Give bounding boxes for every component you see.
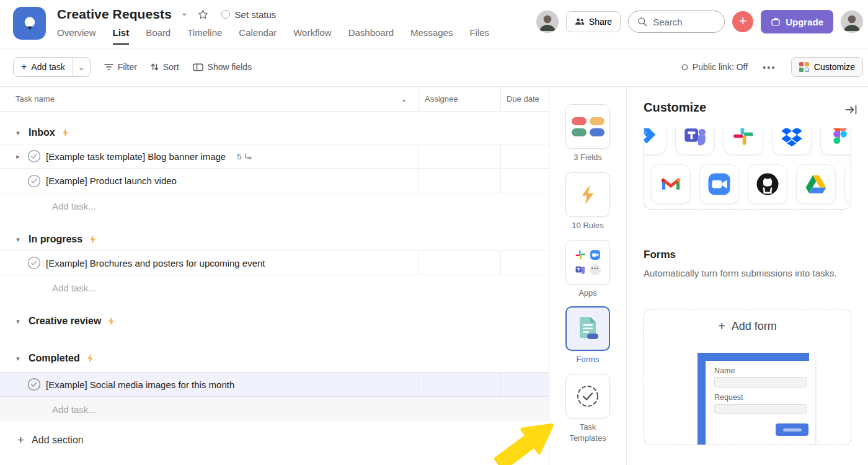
tab-timeline[interactable]: Timeline xyxy=(187,27,222,45)
set-status-button[interactable]: Set status xyxy=(221,9,277,20)
column-due-date: Due date xyxy=(507,94,539,104)
add-task-row[interactable]: Add task... xyxy=(0,397,549,422)
globe-dot-icon xyxy=(681,64,688,71)
section-header-creative-review[interactable]: ▾ Creative review xyxy=(0,310,549,332)
zoom-icon[interactable] xyxy=(699,164,739,204)
share-button[interactable]: Share xyxy=(566,11,621,32)
check-circle-icon[interactable] xyxy=(27,256,41,270)
star-icon[interactable] xyxy=(197,9,209,20)
show-fields-button[interactable]: Show fields xyxy=(193,62,252,72)
plus-icon: + xyxy=(17,433,24,447)
github-icon[interactable] xyxy=(748,164,787,204)
drive-icon[interactable] xyxy=(796,164,836,204)
add-section-button[interactable]: + Add section xyxy=(0,430,549,450)
task-row[interactable]: [Example] Product launch video xyxy=(0,169,549,193)
chevron-down-icon[interactable]: ⌄ xyxy=(180,9,188,16)
tab-board[interactable]: Board xyxy=(146,27,170,45)
filter-button[interactable]: Filter xyxy=(104,62,137,72)
task-row[interactable]: [Example] Brochures and posters for upco… xyxy=(0,250,549,275)
check-circle-icon[interactable] xyxy=(27,378,41,391)
tab-dashboard[interactable]: Dashboard xyxy=(348,27,394,45)
tab-messages[interactable]: Messages xyxy=(410,27,453,45)
add-task-dropdown[interactable]: ⌄ xyxy=(73,58,90,76)
section-name: In progress xyxy=(29,234,82,245)
expand-caret-icon[interactable]: ▸ xyxy=(14,153,22,161)
share-label: Share xyxy=(589,17,612,27)
section-name: Inbox xyxy=(29,127,55,138)
tab-list[interactable]: List xyxy=(113,27,130,45)
avatar[interactable] xyxy=(841,11,863,33)
slack-icon[interactable] xyxy=(724,128,763,155)
add-task-row[interactable]: Add task... xyxy=(0,275,549,300)
rail-item-fields[interactable]: 3 Fields xyxy=(565,104,610,163)
page-title: Creative Requests xyxy=(57,7,172,22)
search-box[interactable] xyxy=(628,11,725,33)
triangle-down-icon[interactable]: ▾ xyxy=(14,129,22,137)
filter-icon xyxy=(104,63,113,71)
dropbox-icon[interactable] xyxy=(772,128,812,155)
top-bar: Creative Requests ⌄ Set status Overview … xyxy=(0,0,868,48)
rail-item-forms[interactable]: Forms xyxy=(565,306,610,365)
avatar[interactable] xyxy=(536,11,559,33)
add-form-button[interactable]: + Add form xyxy=(644,319,851,334)
rail-item-rules[interactable]: 10 Rules xyxy=(565,172,610,231)
check-circle-icon[interactable] xyxy=(27,174,41,188)
teams-icon[interactable] xyxy=(675,128,715,155)
apps-gallery xyxy=(644,128,851,210)
zoom-icon xyxy=(590,249,601,260)
add-task-row[interactable]: Add task... xyxy=(0,193,549,218)
collapse-panel-icon[interactable] xyxy=(844,103,858,117)
briefcase-icon xyxy=(771,17,781,27)
search-input[interactable] xyxy=(653,17,715,27)
fields-icon[interactable] xyxy=(565,104,610,149)
chevron-down-icon[interactable]: ⌄ xyxy=(401,94,407,104)
filter-label: Filter xyxy=(118,62,137,72)
triangle-down-icon[interactable]: ▾ xyxy=(14,317,22,326)
triangle-down-icon[interactable]: ▾ xyxy=(14,236,22,244)
form-request-input xyxy=(714,404,807,414)
plus-icon: + xyxy=(718,319,725,334)
customize-button[interactable]: Customize xyxy=(791,57,863,77)
tab-files[interactable]: Files xyxy=(469,27,489,45)
create-button[interactable]: + xyxy=(732,11,753,32)
upgrade-button[interactable]: Upgrade xyxy=(761,10,833,33)
check-circle-icon[interactable] xyxy=(27,149,41,163)
rail-item-task-templates[interactable]: Task Templates xyxy=(562,374,614,443)
rail-item-label: 10 Rules xyxy=(572,220,603,231)
automation-bolt-icon xyxy=(107,316,115,326)
task-templates-icon[interactable] xyxy=(565,374,610,418)
sort-arrows-icon xyxy=(151,63,159,71)
task-row-selected[interactable]: [Example] Social media images for this m… xyxy=(0,372,549,397)
task-row[interactable]: ▸ [Example task template] Blog banner im… xyxy=(0,144,549,169)
figma-icon[interactable] xyxy=(820,128,851,155)
gmail-icon[interactable] xyxy=(651,164,691,204)
jira-icon[interactable] xyxy=(644,128,666,155)
task-name: [Example task template] Blog banner imag… xyxy=(46,151,226,162)
user-photo xyxy=(536,11,559,33)
rail-item-label: Apps xyxy=(578,288,597,299)
section-name: Creative review xyxy=(29,316,101,327)
add-task-button[interactable]: + Add task xyxy=(14,58,73,76)
public-link-button[interactable]: Public link: Off xyxy=(681,62,748,72)
plus-icon: + xyxy=(21,61,27,73)
slack-icon xyxy=(575,249,586,260)
app-card-partial[interactable] xyxy=(844,164,851,204)
section-header-inbox[interactable]: ▾ Inbox xyxy=(0,122,549,144)
section-header-completed[interactable]: ▾ Completed xyxy=(0,347,549,370)
more-options-icon[interactable]: ••• xyxy=(763,62,776,73)
apps-icon[interactable]: ••• xyxy=(565,240,610,285)
tab-workflow[interactable]: Workflow xyxy=(293,27,331,45)
tab-calendar[interactable]: Calendar xyxy=(239,27,277,45)
column-task-name: Task name xyxy=(16,94,55,104)
section-header-in-progress[interactable]: ▾ In progress xyxy=(0,228,549,250)
forms-icon[interactable] xyxy=(565,306,610,351)
rules-icon[interactable] xyxy=(565,172,610,217)
form-preview: Name Request xyxy=(706,361,815,445)
fields-columns-icon xyxy=(193,63,203,71)
forms-description: Automatically turn form submissions into… xyxy=(644,267,854,281)
rail-item-apps[interactable]: ••• Apps xyxy=(565,240,610,299)
triangle-down-icon[interactable]: ▾ xyxy=(14,355,22,363)
tab-overview[interactable]: Overview xyxy=(57,27,96,45)
sort-button[interactable]: Sort xyxy=(151,62,179,72)
section-name: Completed xyxy=(29,353,80,364)
